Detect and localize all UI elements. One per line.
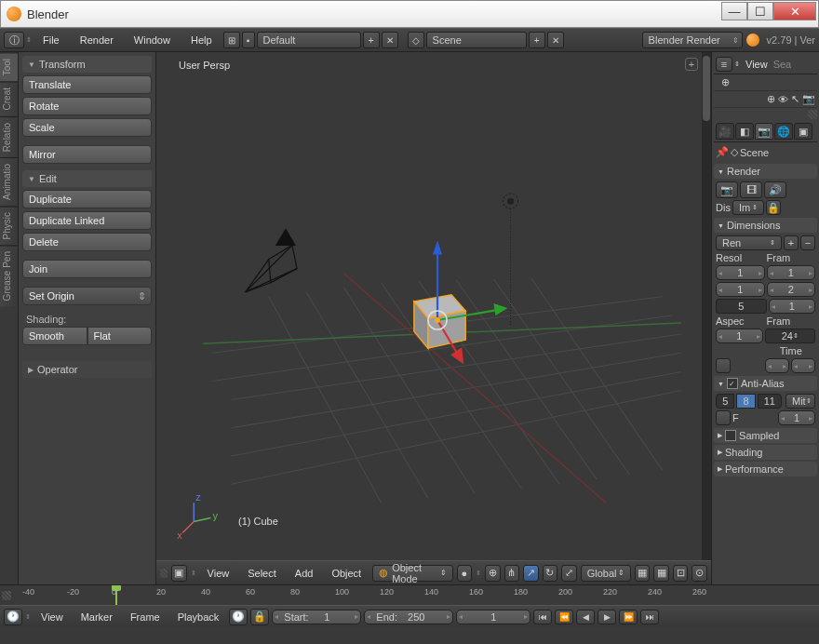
jump-keyframe-fwd-button[interactable]: ⏩ <box>619 610 638 624</box>
aa-filter-dropdown[interactable]: Mit⇕ <box>785 394 815 409</box>
scene-browse-icon[interactable]: ◇ <box>408 32 424 48</box>
aa-samples-8[interactable]: 8 <box>736 394 755 409</box>
delete-scene-button[interactable]: ✕ <box>547 32 564 48</box>
sampled-motion-blur-header[interactable]: Sampled <box>714 428 817 443</box>
outliner-search-label[interactable]: Sea <box>773 59 792 70</box>
screen-layout-dropdown[interactable]: Default <box>257 32 361 48</box>
pin-icon[interactable]: 📌 <box>716 146 729 158</box>
tab-render-layers-icon[interactable]: ◧ <box>735 123 754 140</box>
tab-animation[interactable]: Animatio <box>0 157 18 206</box>
layers-button-1[interactable]: ▦ <box>635 565 651 582</box>
maximize-button[interactable]: ☐ <box>747 2 773 20</box>
flat-button[interactable]: Flat <box>87 327 153 345</box>
render-image-button[interactable]: 📷 <box>716 181 738 198</box>
add-scene-button[interactable]: + <box>529 32 545 48</box>
resolution-percentage-field[interactable]: 5 <box>716 299 767 314</box>
snap-toggle-icon[interactable]: ⊙ <box>691 565 707 582</box>
tab-relations[interactable]: Relatio <box>0 116 18 157</box>
tab-physics[interactable]: Physic <box>0 206 18 245</box>
delete-button[interactable]: Delete <box>22 233 152 251</box>
sampled-checkbox[interactable] <box>725 430 736 441</box>
dimensions-panel-header[interactable]: Dimensions <box>714 218 817 233</box>
transform-panel-header[interactable]: Transform <box>22 56 152 73</box>
camera-render-icon[interactable]: 📷 <box>802 93 815 105</box>
display-mode-dropdown[interactable]: Im⇕ <box>732 200 764 215</box>
timeline-ruler[interactable]: -40-200204060801001201401601802002202402… <box>0 584 819 605</box>
tab-object-icon[interactable]: ▣ <box>794 123 812 140</box>
breadcrumb-scene[interactable]: Scene <box>740 147 769 158</box>
border-toggle[interactable] <box>716 358 731 373</box>
edit-panel-header[interactable]: Edit <box>22 170 152 187</box>
performance-panel-header[interactable]: Performance <box>714 462 817 476</box>
render-animation-button[interactable]: 🎞 <box>740 181 762 198</box>
timeline-menu-marker[interactable]: Marker <box>74 609 120 625</box>
viewport-shading-icon[interactable]: ● <box>457 565 473 582</box>
operator-panel-header[interactable]: Operator <box>22 361 152 378</box>
mirror-button[interactable]: Mirror <box>22 145 152 164</box>
editor-type-info-icon[interactable]: ⓘ <box>4 32 24 48</box>
rotate-manipulator-icon[interactable]: ↻ <box>543 565 558 582</box>
3dview-menu-add[interactable]: Add <box>288 565 321 582</box>
play-button[interactable]: ▶ <box>597 610 616 624</box>
3dview-menu-object[interactable]: Object <box>324 565 369 582</box>
scale-button[interactable]: Scale <box>22 118 152 137</box>
3d-viewport[interactable]: z y x User Persp (1) Cube + ▣ ⇕ View Sel… <box>156 52 711 584</box>
frame-start-field[interactable]: 1 <box>767 265 816 280</box>
timeline-menu-view[interactable]: View <box>34 609 71 625</box>
outliner-scene-row[interactable]: ⊕ <box>714 74 817 91</box>
transform-orientation-dropdown[interactable]: Global⇕ <box>581 565 631 582</box>
tab-create[interactable]: Creat <box>0 81 18 115</box>
editor-type-3dview-icon[interactable]: ▣ <box>171 565 187 582</box>
timeline-corner-grip[interactable] <box>2 591 11 600</box>
start-frame-field[interactable]: Start: 1 <box>272 610 361 624</box>
filter-size-field[interactable]: 1 <box>778 410 815 425</box>
time-old-field[interactable] <box>765 358 789 373</box>
minimize-button[interactable]: — <box>721 2 747 20</box>
timeline-menu-frame[interactable]: Frame <box>123 609 168 625</box>
tab-tools[interactable]: Tool <box>0 52 18 81</box>
close-button[interactable]: ✕ <box>773 2 816 20</box>
translate-button[interactable]: Translate <box>22 75 152 94</box>
jump-to-start-button[interactable]: ⏮ <box>533 610 552 624</box>
outliner-view-menu[interactable]: View <box>742 57 772 72</box>
back-to-previous-icon[interactable]: ⊞ <box>223 32 240 48</box>
mode-dropdown[interactable]: ◍Object Mode⇕ <box>372 565 453 582</box>
fps-field[interactable]: 24 ⇕ <box>765 329 816 343</box>
aa-samples-11[interactable]: 11 <box>758 394 782 409</box>
properties-region-toggle[interactable]: + <box>685 58 698 71</box>
translate-manipulator-icon[interactable]: ↗ <box>523 565 539 582</box>
3dview-menu-view[interactable]: View <box>200 565 237 582</box>
jump-keyframe-back-button[interactable]: ⏪ <box>555 610 573 624</box>
duplicate-linked-button[interactable]: Duplicate Linked <box>22 211 152 230</box>
area-split-grip[interactable] <box>808 110 817 119</box>
set-origin-dropdown[interactable]: Set Origin <box>22 287 152 305</box>
timeline-menu-playback[interactable]: Playback <box>170 609 227 625</box>
manipulator-toggle-icon[interactable]: ⋔ <box>504 565 520 582</box>
pivot-point-icon[interactable]: ⊕ <box>485 565 501 582</box>
tab-world-icon[interactable]: 🌐 <box>774 123 793 140</box>
time-new-field[interactable] <box>791 358 815 373</box>
add-preset-button[interactable]: + <box>784 235 799 250</box>
cursor-icon[interactable]: ↖ <box>791 93 799 105</box>
resolution-x-field[interactable]: 1 <box>716 265 765 280</box>
lock-camera-icon[interactable]: ⊡ <box>673 565 689 582</box>
play-reverse-button[interactable]: ◀ <box>576 610 595 624</box>
render-preset-dropdown[interactable]: Ren⇕ <box>716 235 782 250</box>
toolshelf-scrollbar[interactable] <box>702 52 711 584</box>
antialias-checkbox[interactable]: ✓ <box>727 378 738 389</box>
lock-interface-icon[interactable]: 🔒 <box>766 200 781 215</box>
3dview-menu-select[interactable]: Select <box>240 565 284 582</box>
shading-panel-header[interactable]: Shading <box>714 445 817 460</box>
remove-preset-button[interactable]: − <box>800 235 815 250</box>
aa-samples-5[interactable]: 5 <box>716 394 734 409</box>
use-preview-range-icon[interactable]: 🕐 <box>229 609 248 625</box>
frame-end-field[interactable]: 2 <box>767 282 816 297</box>
full-sample-toggle[interactable] <box>716 410 731 425</box>
render-panel-header[interactable]: Render <box>714 164 817 179</box>
render-engine-dropdown[interactable]: Blender Render⇕ <box>642 32 743 48</box>
layers-button-2[interactable]: ▦ <box>653 565 669 582</box>
tab-scene-icon[interactable]: 📷 <box>755 123 773 140</box>
aspect-x-field[interactable]: 1 <box>716 329 763 343</box>
menu-help[interactable]: Help <box>181 32 222 48</box>
editor-type-outliner-icon[interactable]: ≡ <box>716 57 732 72</box>
